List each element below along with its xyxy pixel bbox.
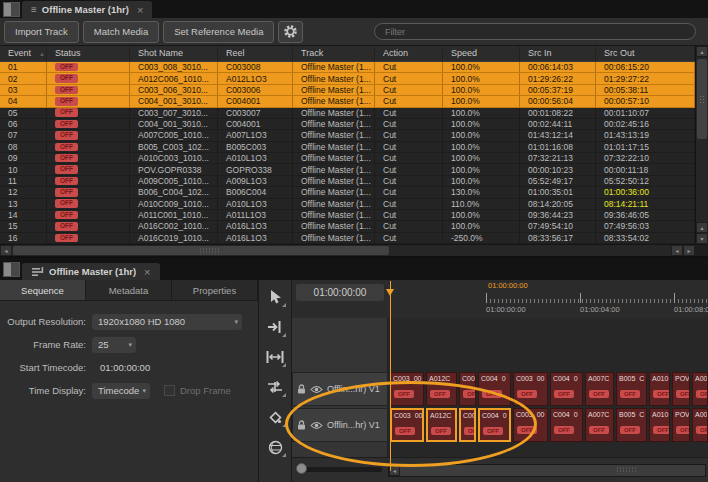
timeline-clip[interactable]: C003_00OFF	[390, 372, 424, 406]
column-header-event[interactable]: Event▲	[0, 46, 47, 61]
table-row[interactable]: 13OFFA010C009_1010...A010L1O3Offline Mas…	[0, 199, 695, 210]
lock-icon[interactable]	[297, 420, 306, 430]
axis-tool-button[interactable]	[263, 406, 287, 428]
table-row[interactable]: 12OFFB006_C004_102...B006C004Offline Mas…	[0, 187, 695, 198]
timeline-clip[interactable]: C00OFF	[459, 372, 476, 406]
insert-tool-button[interactable]	[263, 316, 287, 338]
tab-properties[interactable]: Properties	[172, 280, 258, 300]
timeline-clip[interactable]: C003_00OFF	[390, 408, 424, 442]
table-row[interactable]: 09OFFA010C003_1010...A010L1O3Offline Mas…	[0, 153, 695, 164]
timeline-clip[interactable]: A009OFF	[692, 372, 708, 406]
track-header[interactable]: Offlin...hr) V1	[292, 372, 388, 406]
table-row[interactable]: 10OFFPOV.GOPR0338GOPRO338Offline Master …	[0, 164, 695, 175]
timeline-clip[interactable]: C004_0OFF	[478, 408, 511, 442]
track-header[interactable]: Offlin...hr) V1	[292, 408, 388, 442]
timeline-clip[interactable]: C00OFF	[459, 408, 476, 442]
timeline-scroll-thumb[interactable]	[400, 465, 705, 476]
timeline-clip[interactable]: C003_00OFF	[513, 408, 548, 442]
column-header-src-out[interactable]: Src Out	[596, 46, 695, 61]
scroll-up-icon[interactable]: ▴	[696, 46, 708, 57]
current-timecode-display[interactable]: 01:00:00:00	[296, 284, 384, 301]
select-tool-button[interactable]	[263, 286, 287, 308]
set-reference-media-button[interactable]: Set Reference Media	[163, 21, 274, 43]
timeline-clip[interactable]: B005_COFF	[616, 408, 647, 442]
column-header-action[interactable]: Action	[375, 46, 443, 61]
timeline-clip[interactable]: A012COFF	[426, 372, 457, 406]
column-header-track[interactable]: Track	[293, 46, 375, 61]
scroll-left-icon-right[interactable]: ◂	[671, 245, 683, 256]
table-row[interactable]: 11OFFA009C005_1010...A009L1O3Offline Mas…	[0, 176, 695, 187]
table-row[interactable]: 07OFFA007C005_1010...A007L1O3Offline Mas…	[0, 130, 695, 141]
table-row[interactable]: 06OFFC004_001_3010...C004001Offline Mast…	[0, 119, 695, 130]
table-row[interactable]: 04OFFC004_001_3010...C004001Offline Mast…	[0, 96, 695, 107]
vertical-scroll-thumb[interactable]	[697, 59, 707, 139]
match-media-button[interactable]: Match Media	[83, 21, 159, 43]
clip-label: C003_00	[391, 373, 423, 382]
table-row[interactable]: 05OFFC003_007_3010...C003007Offline Mast…	[0, 108, 695, 119]
timeline-clip[interactable]: POVOFF	[672, 408, 690, 442]
timeline-clip[interactable]: A012COFF	[426, 408, 457, 442]
table-row[interactable]: 03OFFC003_006_3010...C003006Offline Mast…	[0, 85, 695, 96]
timeline-clip[interactable]: A009OFF	[692, 408, 708, 442]
timeline-clip[interactable]: A007COFF	[585, 372, 614, 406]
timeline-clip[interactable]: B005_COFF	[616, 372, 647, 406]
eye-icon[interactable]	[310, 385, 323, 394]
lock-icon[interactable]	[297, 384, 306, 394]
table-row[interactable]: 01OFFC003_008_3010...C003008Offline Mast…	[0, 62, 695, 73]
tab-offline-master-top[interactable]: ≡ Offline Master (1hr) ×	[22, 1, 152, 18]
column-header-reel[interactable]: Reel	[218, 46, 293, 61]
horizontal-scroll-thumb[interactable]	[13, 246, 389, 255]
table-row[interactable]: 14OFFA011C001_1010...A011L1O3Offline Mas…	[0, 210, 695, 221]
table-row[interactable]: 08OFFB005_C003_102...B005C003Offline Mas…	[0, 142, 695, 153]
frame-rate-dropdown[interactable]: 25	[92, 337, 136, 353]
column-header-speed[interactable]: Speed	[443, 46, 520, 61]
timeline-clip[interactable]: C004_0OFF	[478, 372, 511, 406]
menu-icon[interactable]: ≡	[31, 4, 37, 15]
tab-metadata[interactable]: Metadata	[86, 280, 172, 300]
eye-icon[interactable]	[310, 421, 323, 430]
timeline-clip[interactable]: POVOFF	[672, 372, 690, 406]
timeline-clip[interactable]: C004_0OFF	[550, 372, 583, 406]
zoom-slider[interactable]	[292, 458, 388, 482]
table-row[interactable]: 02OFFA012C006_1010...A012L1O3Offline Mas…	[0, 73, 695, 84]
scroll-up-icon-bottom[interactable]: ▴	[696, 222, 708, 233]
table-row[interactable]: 15OFFA016C002_1010...A016L1O3Offline Mas…	[0, 221, 695, 232]
column-header-status[interactable]: Status	[47, 46, 130, 61]
scroll-right-icon[interactable]: ▸	[683, 245, 695, 256]
drop-frame-checkbox[interactable]	[164, 385, 175, 396]
column-header-src-in[interactable]: Src In	[520, 46, 596, 61]
tab-offline-master-bottom[interactable]: Offline Master (1hr) ×	[22, 263, 160, 280]
timeline-ruler[interactable]: 01:00:00:00 01:00:00:0001:00:04:0001:00:…	[388, 280, 708, 319]
tab-sequence[interactable]: Sequence	[0, 280, 86, 300]
column-header-shot-name[interactable]: Shot Name	[130, 46, 218, 61]
trim-tool-button[interactable]	[263, 346, 287, 368]
close-icon[interactable]: ×	[144, 266, 150, 278]
time-display-dropdown[interactable]: Timecode	[92, 383, 150, 399]
timeline-clip[interactable]: C003_00OFF	[513, 372, 548, 406]
filter-input[interactable]	[374, 23, 696, 40]
timeline-scrollbar[interactable]: ◂	[388, 464, 706, 477]
zoom-slider-knob[interactable]	[296, 463, 307, 474]
globe-tool-button[interactable]	[263, 436, 287, 458]
timeline-clip[interactable]: C004_0OFF	[550, 408, 583, 442]
output-resolution-dropdown[interactable]: 1920x1080 HD 1080	[92, 314, 242, 330]
status-badge: OFF	[55, 154, 78, 163]
playhead-timecode-label: 01:00:00:00	[488, 281, 528, 290]
table-row[interactable]: 16OFFA016C019_1010...A016L1O3Offline Mas…	[0, 233, 695, 244]
scroll-left-icon[interactable]: ◂	[0, 245, 12, 256]
import-track-button[interactable]: Import Track	[4, 21, 79, 43]
timeline-clip[interactable]: A010OFF	[649, 408, 670, 442]
table-vertical-scrollbar[interactable]: ▴ ▴ ▾	[695, 46, 708, 244]
timeline-clip[interactable]: A010OFF	[649, 372, 670, 406]
settings-button[interactable]	[278, 21, 303, 43]
scroll-down-icon[interactable]: ▾	[696, 233, 708, 244]
timeline-clip[interactable]: A007COFF	[585, 408, 614, 442]
start-timecode-field[interactable]: 01:00:00:00	[92, 362, 150, 373]
panel-toggle-icon[interactable]	[3, 2, 20, 17]
close-icon[interactable]: ×	[137, 4, 143, 16]
slip-tool-button[interactable]	[263, 376, 287, 398]
playhead[interactable]	[390, 281, 391, 471]
panel-toggle-icon[interactable]	[3, 262, 20, 277]
video-track-1: Offlin...hr) V1 C003_00OFFA012COFFC00OFF…	[292, 372, 708, 406]
table-horizontal-scrollbar[interactable]: ◂ ◂ ▸	[0, 244, 708, 256]
